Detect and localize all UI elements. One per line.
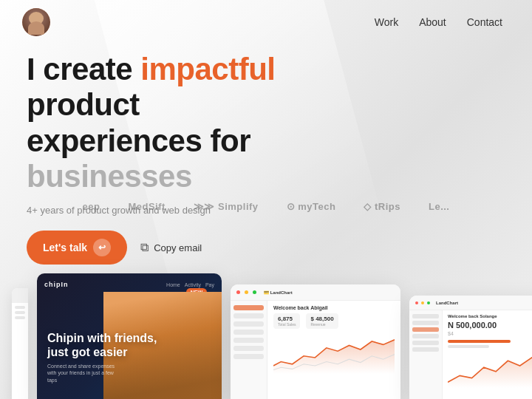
- chart-svg: [273, 333, 395, 374]
- chipin-header: chipIn Home Activity Pay NEW: [44, 281, 214, 288]
- logo-trips: ◇ tRips: [364, 201, 400, 212]
- logo-mytech: ⊙ myTech: [287, 201, 336, 212]
- headline-text3: experiences for: [27, 123, 250, 158]
- peek-line-2: [15, 311, 25, 314]
- ana-sidebar-item-2: [412, 321, 439, 325]
- chipin-text: Chipin with friends, just got easier Con…: [47, 331, 157, 384]
- hero-headline: I create impactful product experiences f…: [27, 52, 396, 194]
- sidebar-item-2: [233, 313, 264, 318]
- chipin-title-line2: just got easier: [47, 345, 157, 359]
- ana-dot-green: [427, 301, 430, 304]
- sidebar-item-3: [233, 321, 264, 327]
- dashboard-chart: [273, 333, 395, 374]
- nav-dot-1: Home: [166, 282, 180, 287]
- stat-revenue: $ 48,500 Revenue: [306, 313, 338, 329]
- peek-line-3: [15, 316, 25, 319]
- logo-medsift: MedSift: [128, 201, 165, 212]
- card-peek-left: [12, 288, 28, 399]
- headline-text2: product: [27, 87, 140, 122]
- analytics-chart-svg: [448, 351, 532, 388]
- chipin-logo: chipIn: [44, 281, 69, 288]
- stat-sales: 6,875 Total Sales: [273, 313, 300, 329]
- dashboard-logo-area: 💳 LandChart: [264, 290, 293, 295]
- dashboard-header: 💳 LandChart: [231, 284, 400, 301]
- logo-eep: eep: [83, 201, 100, 212]
- sidebar-item-5: [233, 338, 264, 343]
- sidebar-item-4: [233, 330, 264, 335]
- dash-dot-red: [236, 290, 240, 294]
- income-bar: [448, 340, 511, 343]
- avatar[interactable]: [22, 8, 50, 36]
- peek-line-1: [15, 306, 25, 309]
- analytics-logo: LandChart: [436, 301, 458, 305]
- analytics-welcome: Welcome back Solange: [448, 314, 532, 318]
- dashboard-logo: 💳 LandChart: [264, 290, 293, 295]
- card-analytics[interactable]: LandChart Welcome back Solange N 500,000…: [409, 296, 532, 399]
- logo-simplify: ≫≫ Simplify: [194, 201, 259, 212]
- lets-talk-label: Let's talk: [43, 242, 87, 253]
- analytics-sub-amount: $4: [448, 331, 532, 336]
- dash-dot-yellow: [245, 290, 248, 294]
- ana-sidebar-item-3: [412, 327, 439, 332]
- analytics-header: LandChart: [409, 296, 532, 310]
- dashboard-sidebar: [231, 301, 267, 399]
- chipin-title-line1: Chipin with friends,: [47, 331, 157, 345]
- nav-contact[interactable]: Contact: [467, 16, 502, 28]
- nav-work[interactable]: Work: [375, 16, 398, 28]
- lets-talk-button[interactable]: Let's talk ↩: [27, 231, 127, 265]
- dashboard-main: Welcome back Abigail 6,875 Total Sales $…: [267, 301, 400, 399]
- analytics-body: Welcome back Solange N 500,000.00 $4: [409, 310, 532, 399]
- card-dashboard[interactable]: 💳 LandChart Welcome back Abigail 6,875 T…: [231, 284, 400, 399]
- dashboard-body: Welcome back Abigail 6,875 Total Sales $…: [231, 301, 400, 399]
- ana-dot-yellow: [421, 301, 424, 304]
- stat-revenue-value: $ 48,500: [310, 316, 333, 322]
- hero-section: I create impactful product experiences f…: [27, 52, 396, 265]
- chipin-description: Connect and share expenses with your fri…: [47, 363, 121, 384]
- dashboard-stats: 6,875 Total Sales $ 48,500 Revenue: [273, 313, 395, 329]
- ana-sidebar-item-6: [412, 347, 439, 352]
- ana-sidebar-item-5: [412, 341, 439, 345]
- stat-revenue-label: Revenue: [310, 322, 333, 327]
- copy-email-button[interactable]: ⧉ Copy email: [140, 241, 202, 254]
- analytics-amount: N 500,000.00: [448, 321, 532, 330]
- nav-about[interactable]: About: [419, 16, 446, 28]
- ana-sidebar-item-1: [412, 314, 439, 318]
- headline-accent-impactful: impactful: [140, 52, 275, 86]
- stat-sales-label: Total Sales: [278, 322, 296, 327]
- analytics-sidebar: [409, 310, 443, 399]
- nav-dot-2: Activity: [185, 282, 201, 287]
- hero-actions: Let's talk ↩ ⧉ Copy email: [27, 231, 396, 265]
- peek-header: [12, 288, 28, 303]
- headline-text1: I create: [27, 52, 140, 86]
- dashboard-welcome: Welcome back Abigail: [273, 305, 395, 310]
- talk-icon: ↩: [93, 239, 111, 256]
- copy-email-label: Copy email: [154, 242, 202, 253]
- ana-sidebar-item-4: [412, 334, 439, 338]
- expense-bar: [448, 345, 489, 348]
- dash-dot-green: [253, 290, 256, 294]
- portfolio-cards: chipIn Home Activity Pay NEW Chipin with…: [0, 273, 532, 399]
- logo-le: Le...: [429, 201, 450, 212]
- logo-row: eep MedSift ≫≫ Simplify ⊙ myTech ◇ tRips…: [0, 201, 532, 212]
- analytics-main: Welcome back Solange N 500,000.00 $4: [443, 310, 532, 399]
- nav-dot-3: Pay: [205, 282, 214, 287]
- stat-sales-value: 6,875: [278, 316, 296, 322]
- copy-icon: ⧉: [140, 241, 149, 254]
- sidebar-item-6: [233, 346, 264, 351]
- header: Work About Contact: [0, 0, 532, 44]
- navigation: Work About Contact: [375, 16, 502, 28]
- sidebar-item-7: [233, 354, 264, 359]
- headline-accent-businesses: businesses: [27, 159, 192, 194]
- ana-dot-red: [415, 301, 418, 304]
- card-chipin[interactable]: chipIn Home Activity Pay NEW Chipin with…: [37, 273, 222, 399]
- sidebar-item-1: [233, 305, 264, 310]
- analytics-chart: [448, 351, 532, 388]
- chipin-nav: Home Activity Pay: [166, 282, 214, 287]
